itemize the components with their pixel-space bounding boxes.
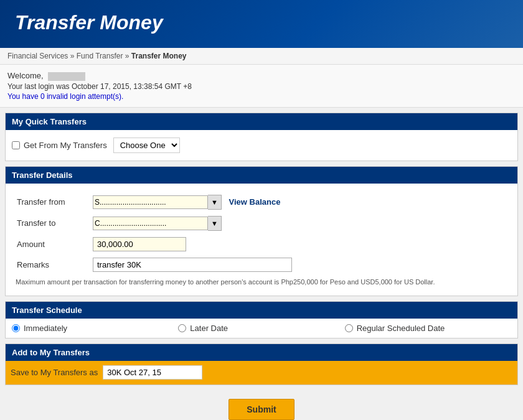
transfer-from-label: Transfer from bbox=[13, 192, 88, 212]
submit-button[interactable]: Submit bbox=[229, 399, 294, 420]
welcome-greeting: Welcome, bbox=[7, 71, 44, 80]
transfer-to-row: Transfer to C...........................… bbox=[13, 213, 510, 233]
breadcrumb-current: Transfer Money bbox=[131, 52, 187, 60]
save-as-filler bbox=[207, 365, 512, 381]
quick-transfers-row: Get From My Transfers Choose One bbox=[12, 138, 511, 153]
get-from-transfers-label[interactable]: Get From My Transfers bbox=[12, 141, 107, 150]
breadcrumb: Financial Services » Fund Transfer » Tra… bbox=[0, 48, 523, 65]
get-from-transfers-checkbox[interactable] bbox=[12, 141, 20, 149]
transfer-details-table: Transfer from S.........................… bbox=[12, 191, 511, 276]
amount-row: Amount bbox=[13, 235, 510, 254]
transfer-to-field-cell: C................................ ▼ bbox=[89, 213, 510, 233]
remarks-row: Remarks bbox=[13, 255, 510, 274]
breadcrumb-financial[interactable]: Financial Services bbox=[7, 52, 68, 60]
invalid-login-text: You have 0 invalid login attempt(s). bbox=[7, 92, 516, 101]
welcome-section: Welcome, Your last login was October 17,… bbox=[0, 65, 523, 108]
save-label: Save to My Transfers as bbox=[11, 368, 98, 377]
page-title: Transfer Money bbox=[15, 11, 508, 34]
amount-field-cell bbox=[89, 235, 510, 254]
quick-transfers-dropdown[interactable]: Choose One bbox=[113, 138, 180, 153]
schedule-regular-label: Regular Scheduled Date bbox=[357, 324, 445, 333]
schedule-regular-radio[interactable] bbox=[345, 324, 353, 332]
transfer-from-row: Transfer from S.........................… bbox=[13, 192, 510, 212]
amount-label: Amount bbox=[13, 235, 88, 254]
transfer-from-arrow-btn[interactable]: ▼ bbox=[208, 195, 222, 210]
breadcrumb-fund-transfer[interactable]: Fund Transfer bbox=[77, 52, 123, 60]
amount-input[interactable] bbox=[93, 237, 186, 251]
schedule-later-date-label: Later Date bbox=[190, 324, 228, 333]
add-transfers-header: Add to My Transfers bbox=[6, 344, 517, 361]
transfer-details-body: Transfer from S.........................… bbox=[6, 184, 517, 296]
welcome-name-placeholder bbox=[48, 72, 85, 81]
transfer-from-field-cell: S................................ ▼ View… bbox=[89, 192, 510, 212]
schedule-options-row: Immediately Later Date Regular Scheduled… bbox=[6, 319, 517, 338]
schedule-later-date[interactable]: Later Date bbox=[178, 324, 344, 333]
welcome-line: Welcome, bbox=[7, 71, 516, 81]
remarks-field-cell bbox=[89, 255, 510, 274]
schedule-immediately-label: Immediately bbox=[24, 324, 67, 333]
schedule-later-date-radio[interactable] bbox=[178, 324, 186, 332]
schedule-regular[interactable]: Regular Scheduled Date bbox=[345, 324, 511, 333]
add-transfers-section: Add to My Transfers Save to My Transfers… bbox=[5, 343, 518, 385]
breadcrumb-sep1: » bbox=[70, 52, 77, 60]
last-login-text: Your last login was October 17, 2015, 13… bbox=[7, 82, 516, 91]
transfer-details-header: Transfer Details bbox=[6, 167, 517, 184]
transfer-from-select[interactable]: S................................ bbox=[93, 195, 208, 209]
transfer-to-arrow-btn[interactable]: ▼ bbox=[208, 216, 222, 231]
breadcrumb-sep2: » bbox=[125, 52, 131, 60]
transfer-to-select[interactable]: C................................ bbox=[93, 217, 208, 230]
submit-row: Submit bbox=[0, 390, 523, 420]
quick-transfers-body: Get From My Transfers Choose One bbox=[6, 130, 517, 161]
add-transfers-row: Save to My Transfers as bbox=[6, 361, 517, 385]
quick-transfers-header: My Quick Transfers bbox=[6, 113, 517, 130]
get-from-transfers-text: Get From My Transfers bbox=[24, 141, 107, 150]
remarks-label: Remarks bbox=[13, 255, 88, 274]
transfer-to-label: Transfer to bbox=[13, 213, 88, 233]
quick-transfers-section: My Quick Transfers Get From My Transfers… bbox=[5, 113, 518, 161]
view-balance-link[interactable]: View Balance bbox=[229, 197, 281, 207]
max-note: Maximum amount per transaction for trans… bbox=[12, 276, 511, 288]
remarks-input[interactable] bbox=[93, 258, 292, 272]
schedule-immediately[interactable]: Immediately bbox=[12, 324, 178, 333]
schedule-immediately-radio[interactable] bbox=[12, 324, 20, 332]
transfer-details-section: Transfer Details Transfer from S........… bbox=[5, 166, 518, 296]
transfer-to-select-wrapper: C................................ ▼ bbox=[93, 216, 222, 231]
transfer-schedule-section: Transfer Schedule Immediately Later Date… bbox=[5, 301, 518, 338]
page-header: Transfer Money bbox=[0, 0, 523, 48]
transfer-from-select-wrapper: S................................ ▼ bbox=[93, 195, 222, 210]
save-as-input[interactable] bbox=[103, 365, 202, 380]
transfer-schedule-header: Transfer Schedule bbox=[6, 302, 517, 319]
